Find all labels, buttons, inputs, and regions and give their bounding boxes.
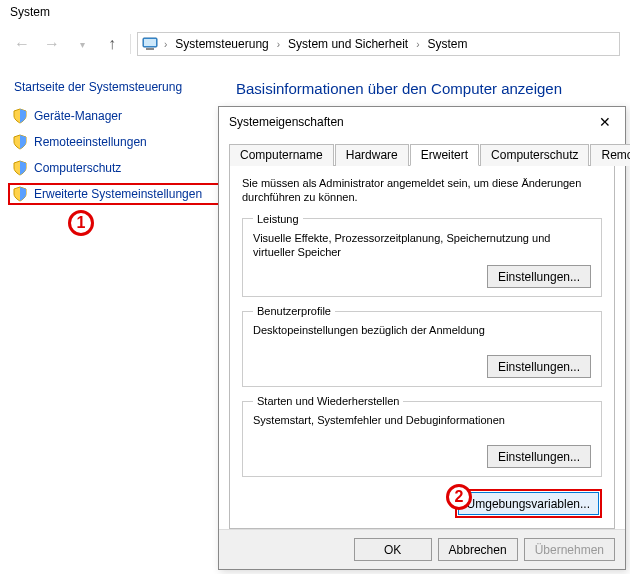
computer-icon (142, 37, 158, 51)
dialog-footer: OK Abbrechen Übernehmen (219, 529, 625, 569)
env-row: Umgebungsvariablen... (242, 489, 602, 518)
toolbar: ← → ▾ ↑ › Systemsteuerung › System und S… (0, 28, 630, 60)
shield-icon (12, 160, 28, 176)
sidebar-item-computerschutz[interactable]: Computerschutz (12, 160, 220, 176)
breadcrumb-item[interactable]: Systemsteuerung (173, 36, 270, 52)
toolbar-separator (130, 34, 131, 54)
page-heading: Basisinformationen über den Computer anz… (236, 80, 562, 97)
cancel-button[interactable]: Abbrechen (438, 538, 518, 561)
tab-computerschutz[interactable]: Computerschutz (480, 144, 589, 166)
window-titlebar: System (0, 0, 630, 28)
start-settings-button[interactable]: Einstellungen... (487, 445, 591, 468)
breadcrumb-item[interactable]: System (425, 36, 469, 52)
breadcrumb-item[interactable]: System und Sicherheit (286, 36, 410, 52)
window-title: System (10, 5, 50, 19)
environment-variables-button[interactable]: Umgebungsvariablen... (458, 492, 599, 515)
leistung-settings-button[interactable]: Einstellungen... (487, 265, 591, 288)
tab-remote[interactable]: Remote (590, 144, 630, 166)
sidebar-item-devicemanager[interactable]: Geräte-Manager (12, 108, 220, 124)
annotation-1: 1 (68, 210, 94, 236)
shield-icon (12, 108, 28, 124)
sidebar-item-label: Erweiterte Systemeinstellungen (34, 187, 202, 201)
group-benutzerprofile: Benutzerprofile Desktopeinstellungen bez… (242, 305, 602, 387)
sidebar-title[interactable]: Startseite der Systemsteuerung (10, 80, 220, 94)
group-profile-legend: Benutzerprofile (253, 305, 335, 317)
dialog-titlebar: Systemeigenschaften ✕ (219, 107, 625, 137)
group-start-legend: Starten und Wiederherstellen (253, 395, 403, 407)
admin-note: Sie müssen als Administrator angemeldet … (242, 176, 602, 205)
up-icon[interactable]: ↑ (100, 32, 124, 56)
chevron-right-icon[interactable]: › (162, 39, 169, 50)
close-icon[interactable]: ✕ (595, 114, 615, 130)
svg-rect-1 (144, 39, 156, 46)
sidebar-item-label: Computerschutz (34, 161, 121, 175)
tab-erweitert[interactable]: Erweitert (410, 144, 479, 166)
dialog-title: Systemeigenschaften (229, 115, 344, 129)
tab-strip: Computername Hardware Erweitert Computer… (229, 143, 615, 166)
sidebar-item-remote[interactable]: Remoteeinstellungen (12, 134, 220, 150)
svg-rect-2 (146, 48, 154, 50)
system-properties-dialog: Systemeigenschaften ✕ Computername Hardw… (218, 106, 626, 570)
tab-content-erweitert: Sie müssen als Administrator angemeldet … (229, 166, 615, 529)
dialog-body: Computername Hardware Erweitert Computer… (219, 137, 625, 529)
env-button-highlight: Umgebungsvariablen... (455, 489, 602, 518)
profile-settings-button[interactable]: Einstellungen... (487, 355, 591, 378)
breadcrumb[interactable]: › Systemsteuerung › System und Sicherhei… (137, 32, 620, 56)
group-leistung: Leistung Visuelle Effekte, Prozessorzeit… (242, 213, 602, 298)
group-start-desc: Systemstart, Systemfehler und Debuginfor… (253, 413, 591, 439)
sidebar-item-advanced[interactable]: Erweiterte Systemeinstellungen (8, 183, 224, 205)
annotation-2: 2 (446, 484, 472, 510)
sidebar-item-label: Geräte-Manager (34, 109, 122, 123)
recent-dropdown-icon[interactable]: ▾ (70, 32, 94, 56)
group-profile-desc: Desktopeinstellungen bezüglich der Anmel… (253, 323, 591, 349)
sidebar-item-label: Remoteeinstellungen (34, 135, 147, 149)
shield-icon (12, 186, 28, 202)
shield-icon (12, 134, 28, 150)
group-leistung-desc: Visuelle Effekte, Prozessorzeitplanung, … (253, 231, 591, 260)
ok-button[interactable]: OK (354, 538, 432, 561)
back-icon[interactable]: ← (10, 32, 34, 56)
tab-computername[interactable]: Computername (229, 144, 334, 166)
group-leistung-legend: Leistung (253, 213, 303, 225)
chevron-right-icon[interactable]: › (275, 39, 282, 50)
group-startrecovery: Starten und Wiederherstellen Systemstart… (242, 395, 602, 477)
forward-icon[interactable]: → (40, 32, 64, 56)
apply-button[interactable]: Übernehmen (524, 538, 615, 561)
tab-hardware[interactable]: Hardware (335, 144, 409, 166)
chevron-right-icon[interactable]: › (414, 39, 421, 50)
sidebar: Startseite der Systemsteuerung Geräte-Ma… (10, 70, 220, 574)
